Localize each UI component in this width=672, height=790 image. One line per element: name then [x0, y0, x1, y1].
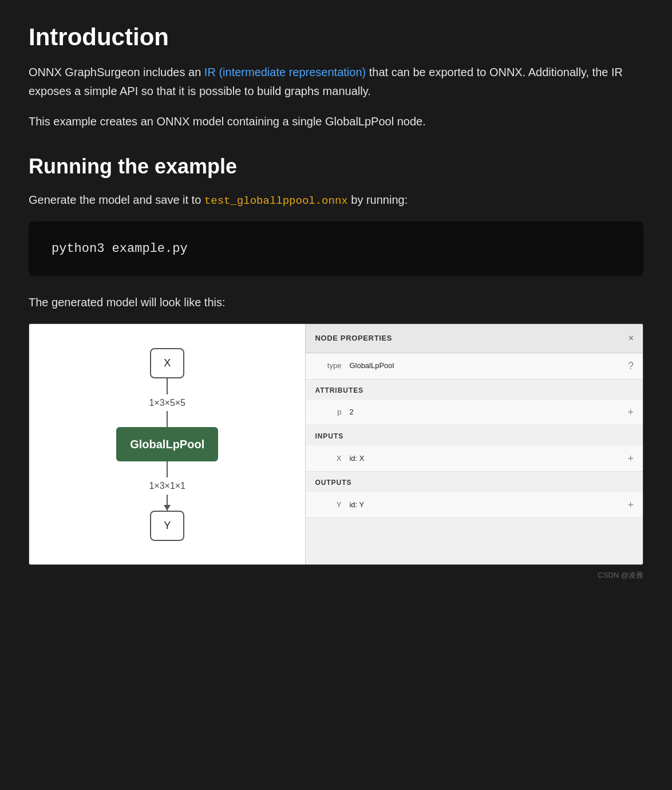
input-x-value: id: X: [349, 453, 623, 465]
running-heading: Running the example: [29, 154, 643, 179]
attributes-header: ATTRIBUTES: [306, 380, 643, 400]
type-row: type GlobalLpPool ?: [306, 353, 643, 380]
panel-header: NODE PROPERTIES ×: [306, 324, 643, 353]
graph-panel: X 1×3×5×5 GlobalLpPool 1×3×1×1 Y: [29, 324, 305, 564]
after-code-text: The generated model will look like this:: [29, 293, 643, 312]
node-globallppool[interactable]: GlobalLpPool: [116, 427, 218, 461]
ir-link[interactable]: IR (intermediate representation): [204, 66, 366, 78]
running-p1-start: Generate the model and save it to: [29, 193, 204, 206]
close-icon[interactable]: ×: [628, 331, 634, 346]
intro-heading: Introduction: [29, 23, 643, 52]
output-y-value: id: Y: [349, 499, 623, 511]
attr-p-value: 2: [349, 406, 623, 418]
arrow-line-3: [167, 461, 168, 477]
intro-paragraph-2: This example creates an ONNX model conta…: [29, 112, 643, 131]
graph-flow: X 1×3×5×5 GlobalLpPool 1×3×1×1 Y: [116, 348, 218, 541]
type-value: GlobalLpPool: [349, 360, 623, 372]
code-filename: test_globallppool.onnx: [204, 195, 348, 207]
model-image-container: X 1×3×5×5 GlobalLpPool 1×3×1×1 Y: [29, 323, 643, 565]
input-x-label: X: [315, 453, 349, 465]
input-x-row: X id: X +: [306, 446, 643, 472]
node-x[interactable]: X: [150, 348, 184, 378]
running-paragraph: Generate the model and save it to test_g…: [29, 191, 643, 210]
code-block: python3 example.py: [29, 222, 643, 276]
output-y-action[interactable]: +: [627, 497, 634, 514]
edge-label-1: 1×3×5×5: [149, 396, 185, 410]
type-label: type: [315, 360, 349, 372]
arrow-line-1: [167, 378, 168, 394]
attr-p-row: p 2 +: [306, 400, 643, 426]
output-y-label: Y: [315, 499, 349, 511]
edge-label-2: 1×3×1×1: [149, 479, 185, 493]
node-y[interactable]: Y: [150, 511, 184, 541]
arrow-line-2: [167, 411, 168, 427]
arrow-line-4: [167, 495, 168, 511]
attr-p-label: p: [315, 406, 349, 418]
watermark: CSDN @凌雁: [29, 570, 643, 582]
arrow-segment-1: 1×3×5×5: [149, 378, 185, 428]
inputs-header: INPUTS: [306, 425, 643, 445]
outputs-header: OUTPUTS: [306, 472, 643, 492]
node-green-label: GlobalLpPool: [130, 438, 204, 451]
arrow-segment-2: 1×3×1×1: [149, 461, 185, 511]
input-x-action[interactable]: +: [627, 451, 634, 467]
running-p1-end: by running:: [348, 193, 408, 206]
intro-p1-start: ONNX GraphSurgeon includes an: [29, 66, 204, 78]
intro-paragraph-1: ONNX GraphSurgeon includes an IR (interm…: [29, 63, 643, 101]
panel-title: NODE PROPERTIES: [315, 333, 392, 345]
node-y-label: Y: [164, 520, 171, 531]
type-help[interactable]: ?: [628, 358, 634, 374]
properties-panel: NODE PROPERTIES × type GlobalLpPool ? AT…: [305, 324, 643, 564]
attr-p-action[interactable]: +: [627, 404, 634, 421]
output-y-row: Y id: Y +: [306, 492, 643, 519]
node-x-label: X: [164, 357, 171, 369]
